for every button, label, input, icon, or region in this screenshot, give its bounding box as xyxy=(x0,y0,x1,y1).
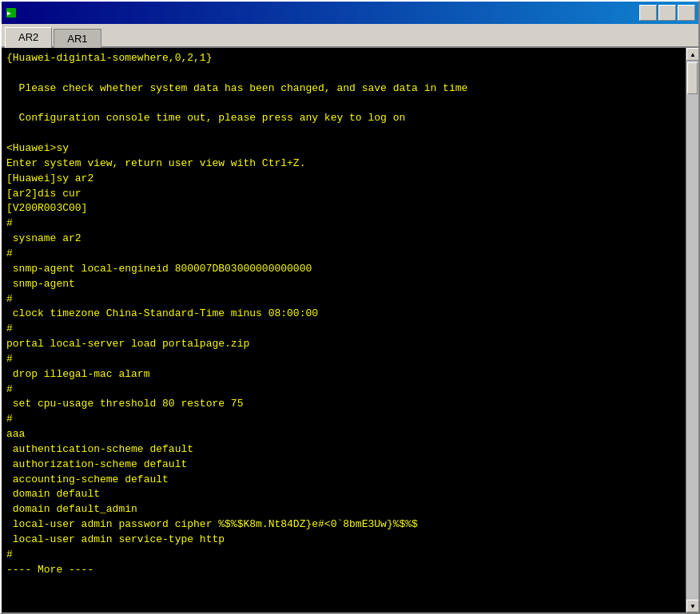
maximize-button[interactable] xyxy=(658,5,676,21)
close-button[interactable] xyxy=(678,5,695,21)
tab-ar2[interactable]: AR2 xyxy=(5,27,52,48)
svg-text:▶: ▶ xyxy=(7,10,11,17)
window-controls xyxy=(639,5,695,21)
tab-ar1[interactable]: AR1 xyxy=(54,29,101,48)
terminal-container: {Huawei-digintal-somewhere,0,2,1} Please… xyxy=(2,48,698,612)
title-bar: ▶ xyxy=(2,2,698,24)
scroll-track[interactable] xyxy=(686,61,698,600)
scroll-thumb[interactable] xyxy=(687,62,698,94)
terminal-output[interactable]: {Huawei-digintal-somewhere,0,2,1} Please… xyxy=(2,48,686,612)
scrollbar: ▲ ▼ xyxy=(686,48,698,612)
scroll-up-button[interactable]: ▲ xyxy=(686,48,698,61)
app-icon: ▶ xyxy=(5,6,18,19)
title-bar-left: ▶ xyxy=(5,6,22,19)
main-window: ▶ AR2 AR1 {Huawei-digintal-somewhere,0,2… xyxy=(0,0,700,614)
minimize-button[interactable] xyxy=(639,5,657,21)
tab-bar: AR2 AR1 xyxy=(2,24,698,48)
scroll-down-button[interactable]: ▼ xyxy=(686,600,698,612)
